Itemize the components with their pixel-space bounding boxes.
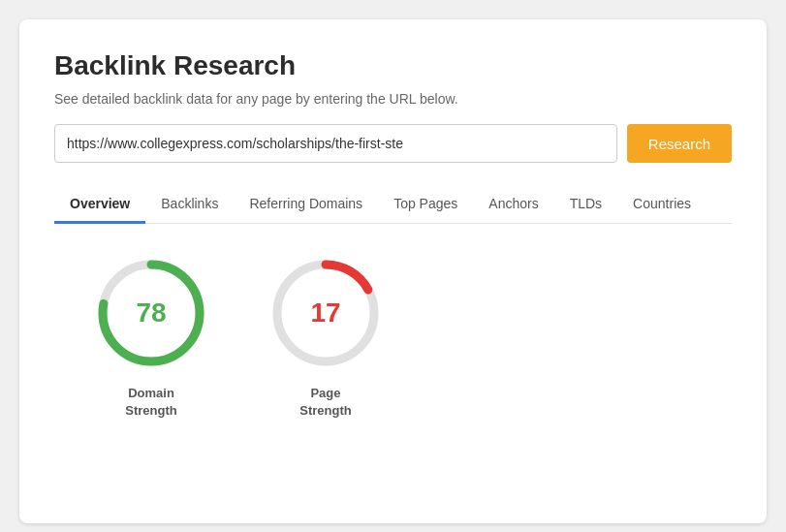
- page-strength-circle: 17: [267, 255, 384, 371]
- domain-strength-label: DomainStrength: [125, 385, 176, 420]
- tab-overview[interactable]: Overview: [54, 186, 145, 224]
- url-input[interactable]: [54, 124, 617, 163]
- main-card: Backlink Research See detailed backlink …: [19, 19, 767, 523]
- tab-referring-domains[interactable]: Referring Domains: [234, 186, 378, 224]
- tab-countries[interactable]: Countries: [617, 186, 707, 224]
- page-strength-value: 17: [310, 297, 340, 329]
- domain-strength-value: 78: [136, 297, 166, 329]
- domain-strength-metric: 78 DomainStrength: [93, 255, 209, 420]
- page-title: Backlink Research: [54, 50, 732, 81]
- search-row: Research: [54, 124, 732, 163]
- tab-tlds[interactable]: TLDs: [554, 186, 617, 224]
- metrics-row: 78 DomainStrength 17 PageStrength: [54, 255, 732, 420]
- domain-strength-circle: 78: [93, 255, 209, 371]
- research-button[interactable]: Research: [627, 124, 732, 163]
- tab-backlinks[interactable]: Backlinks: [145, 186, 234, 224]
- page-subtitle: See detailed backlink data for any page …: [54, 91, 732, 107]
- tab-top-pages[interactable]: Top Pages: [378, 186, 473, 224]
- page-strength-label: PageStrength: [299, 385, 351, 420]
- tabs-bar: Overview Backlinks Referring Domains Top…: [54, 186, 732, 224]
- page-strength-metric: 17 PageStrength: [267, 255, 384, 420]
- tab-anchors[interactable]: Anchors: [473, 186, 553, 224]
